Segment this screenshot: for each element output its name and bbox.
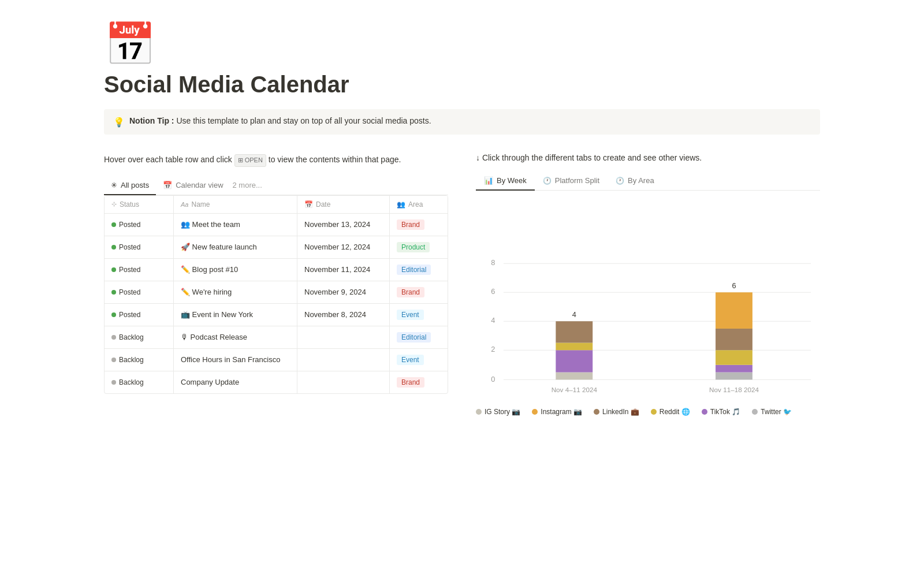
area-cell: Event — [390, 349, 448, 371]
tab-calendar-label: Calendar view — [176, 181, 223, 189]
date-cell: November 11, 2024 — [297, 259, 390, 281]
svg-text:6: 6 — [732, 281, 736, 290]
area-tag: Brand — [397, 219, 424, 230]
instagram-label: Instagram 📷 — [541, 408, 582, 416]
tab-more[interactable]: 2 more... — [230, 176, 264, 195]
area-cell: Event — [390, 304, 448, 326]
name-cell: 🎙 Podcast Release — [174, 326, 297, 348]
ig-story-dot — [476, 409, 482, 415]
area-tag: Editorial — [397, 332, 431, 343]
table-row[interactable]: Posted ✏️ Blog post #10 November 11, 202… — [105, 259, 448, 281]
area-col-icon: 👥 — [397, 200, 405, 209]
table-row[interactable]: Backlog Office Hours in San Francisco Ev… — [105, 349, 448, 371]
svg-text:0: 0 — [491, 375, 495, 384]
name-cell: Office Hours in San Francisco — [174, 349, 297, 371]
status-cell: Backlog — [105, 371, 174, 393]
table-tabs-bar: ✳ All posts 📅 Calendar view 2 more... — [104, 176, 448, 195]
tip-text: Notion Tip : Use this template to plan a… — [129, 116, 431, 125]
tab-by-area-label: By Area — [628, 176, 654, 185]
status-cell: Posted — [105, 259, 174, 281]
svg-text:4: 4 — [572, 310, 576, 319]
posts-table: ⊹ Status Aa Name 📅 Date 👥 Area — [104, 195, 448, 394]
table-row[interactable]: Posted 👥 Meet the team November 13, 2024… — [105, 214, 448, 236]
date-cell — [297, 371, 390, 393]
instagram-dot — [532, 409, 538, 415]
svg-text:Nov 11–18 2024: Nov 11–18 2024 — [709, 386, 759, 393]
name-cell: ✏️ Blog post #10 — [174, 259, 297, 281]
legend-instagram: Instagram 📷 — [532, 408, 582, 416]
calendar-icon: 📅 — [163, 181, 172, 189]
col-area: 👥 Area — [390, 196, 448, 213]
status-dot — [111, 380, 116, 385]
area-tag: Event — [397, 310, 424, 320]
table-row[interactable]: Posted 📺 Event in New York November 8, 2… — [105, 304, 448, 326]
tab-by-week-label: By Week — [497, 176, 527, 185]
table-row[interactable]: Posted ✏️ We're hiring November 9, 2024 … — [105, 281, 448, 304]
svg-rect-16 — [716, 365, 752, 373]
tab-more-label: 2 more... — [233, 181, 262, 189]
status-cell: Backlog — [105, 326, 174, 348]
table-row[interactable]: Posted 🚀 New feature launch November 12,… — [105, 236, 448, 259]
asterisk-icon: ✳ — [111, 181, 117, 189]
twitter-dot — [752, 409, 758, 415]
status-dot — [111, 312, 116, 317]
col-status: ⊹ Status — [105, 196, 174, 213]
svg-rect-13 — [556, 321, 593, 343]
col-name: Aa Name — [174, 196, 297, 213]
status-dot — [111, 245, 116, 250]
legend-twitter: Twitter 🐦 — [752, 408, 792, 416]
chart-tabs-bar: 📊 By Week 🕐 Platform Split 🕐 By Area — [476, 172, 820, 191]
area-tag: Event — [397, 355, 424, 365]
area-tag: Brand — [397, 287, 424, 297]
page-title: Social Media Calendar — [104, 72, 820, 98]
svg-text:4: 4 — [491, 316, 495, 325]
date-cell: November 8, 2024 — [297, 304, 390, 326]
tab-by-area[interactable]: 🕐 By Area — [608, 172, 662, 191]
svg-text:8: 8 — [491, 258, 495, 267]
area-cell: Brand — [390, 281, 448, 303]
date-col-icon: 📅 — [304, 200, 313, 209]
legend-linkedin: LinkedIn 💼 — [594, 408, 639, 416]
status-dot — [111, 222, 116, 227]
status-cell: Posted — [105, 236, 174, 258]
status-dot — [111, 358, 116, 362]
table-header: ⊹ Status Aa Name 📅 Date 👥 Area — [105, 196, 448, 214]
status-col-icon: ⊹ — [111, 200, 117, 208]
table-row[interactable]: Backlog Company Update Brand — [105, 371, 448, 393]
reddit-label: Reddit 🌐 — [660, 408, 690, 416]
right-panel: ↓ Click through the different tabs to cr… — [476, 153, 820, 420]
date-cell — [297, 349, 390, 371]
chart-svg: 0 2 4 6 8 — [476, 204, 820, 403]
tab-calendar-view[interactable]: 📅 Calendar view — [156, 176, 230, 195]
right-instruction: ↓ Click through the different tabs to cr… — [476, 153, 820, 162]
area-cell: Product — [390, 236, 448, 258]
status-cell: Posted — [105, 214, 174, 236]
linkedin-label: LinkedIn 💼 — [602, 408, 639, 416]
linkedin-dot — [594, 409, 599, 415]
left-panel: Hover over each table row and click ⊞ OP… — [104, 153, 448, 394]
tab-all-posts[interactable]: ✳ All posts — [104, 176, 156, 195]
svg-text:Nov 4–11 2024: Nov 4–11 2024 — [552, 386, 598, 393]
name-cell: ✏️ We're hiring — [174, 281, 297, 303]
status-cell: Posted — [105, 281, 174, 303]
tip-box: 💡 Notion Tip : Use this template to plan… — [104, 109, 820, 135]
name-cell: 🚀 New feature launch — [174, 236, 297, 258]
tab-platform-split-label: Platform Split — [555, 176, 599, 185]
tab-platform-split[interactable]: 🕐 Platform Split — [535, 172, 608, 191]
date-cell — [297, 326, 390, 348]
name-cell: 👥 Meet the team — [174, 214, 297, 236]
twitter-label: Twitter 🐦 — [761, 408, 792, 416]
status-cell: Backlog — [105, 349, 174, 371]
date-cell: November 12, 2024 — [297, 236, 390, 258]
tab-by-week[interactable]: 📊 By Week — [476, 172, 535, 191]
status-dot — [111, 335, 116, 340]
svg-text:2: 2 — [491, 345, 495, 353]
svg-rect-10 — [556, 373, 593, 380]
reddit-dot — [651, 409, 657, 415]
svg-rect-19 — [716, 292, 752, 329]
name-col-icon: Aa — [181, 201, 188, 208]
clock-icon-1: 🕐 — [543, 177, 552, 185]
table-row[interactable]: Backlog 🎙 Podcast Release Editorial — [105, 326, 448, 349]
ig-story-label: IG Story 📷 — [485, 408, 520, 416]
svg-rect-18 — [716, 329, 752, 350]
